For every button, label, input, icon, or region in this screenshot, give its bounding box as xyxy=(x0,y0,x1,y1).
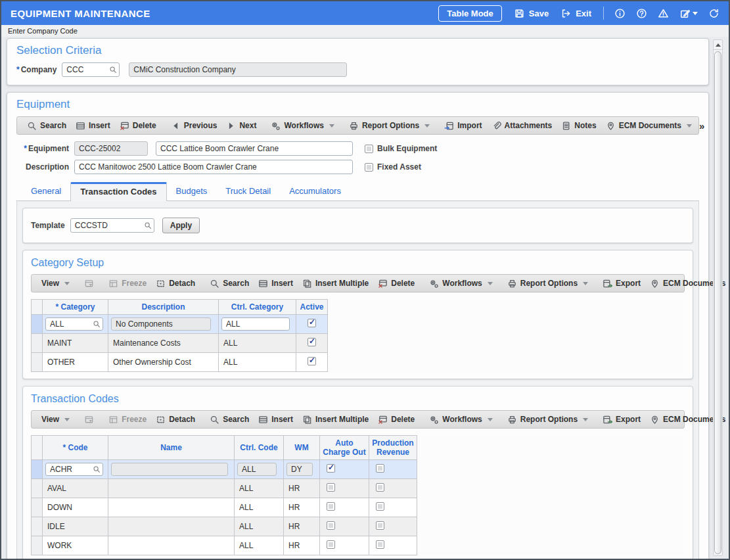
report-options-button[interactable]: Report Options xyxy=(344,121,434,131)
insert-button[interactable]: Insert xyxy=(254,279,298,289)
help-button[interactable] xyxy=(636,8,647,19)
fixed-asset-checkbox[interactable] xyxy=(365,163,373,172)
save-button[interactable]: Save xyxy=(514,8,549,19)
attachments-button[interactable]: Attachments xyxy=(487,121,557,131)
col-code[interactable]: * Code xyxy=(43,436,108,460)
freeze-button[interactable]: Freeze xyxy=(104,415,151,425)
freeze-button[interactable]: Freeze xyxy=(104,279,151,289)
report-options-button[interactable]: Report Options xyxy=(503,279,593,289)
search-button[interactable]: Search xyxy=(205,279,254,289)
import-button[interactable]: Import xyxy=(440,121,486,131)
template-input[interactable] xyxy=(70,218,154,233)
auto-charge-out-checkbox[interactable] xyxy=(327,483,335,492)
insert-button[interactable]: Insert xyxy=(254,415,298,425)
production-revenue-checkbox[interactable] xyxy=(376,540,384,549)
insert-multiple-button[interactable]: Insert Multiple xyxy=(298,279,373,289)
report-options-button[interactable]: Report Options xyxy=(503,415,593,425)
export-button[interactable]: Export xyxy=(598,415,645,425)
ecm-documents-button[interactable]: ECM Documents xyxy=(601,121,696,131)
search-icon[interactable] xyxy=(109,66,117,74)
query-by-example-button[interactable] xyxy=(80,279,99,289)
row-selector[interactable] xyxy=(32,460,43,479)
workflows-button[interactable]: Workflows xyxy=(424,279,497,289)
production-revenue-checkbox[interactable] xyxy=(376,502,384,511)
table-row[interactable]: IDLE ALL HR xyxy=(32,517,417,536)
insert-button[interactable]: Insert xyxy=(71,121,115,131)
toolbar-overflow-icon[interactable]: » xyxy=(696,120,707,131)
production-revenue-checkbox[interactable] xyxy=(376,464,384,473)
delete-button[interactable]: Delete xyxy=(373,415,419,425)
scroll-up-icon[interactable] xyxy=(714,40,722,50)
col-name[interactable]: Name xyxy=(108,436,235,460)
alerts-button[interactable] xyxy=(658,8,669,19)
search-button[interactable]: Search xyxy=(205,415,254,425)
workflows-button[interactable]: Workflows xyxy=(266,121,338,131)
previous-button[interactable]: Previous xyxy=(166,121,222,131)
workflows-button[interactable]: Workflows xyxy=(424,415,497,425)
col-category[interactable]: * Category xyxy=(43,300,108,315)
row-selector[interactable] xyxy=(32,353,43,372)
col-active[interactable]: Active xyxy=(296,300,328,315)
detach-button[interactable]: Detach xyxy=(151,415,200,425)
row-selector[interactable] xyxy=(32,536,43,555)
production-revenue-checkbox[interactable] xyxy=(376,483,384,492)
active-checkbox[interactable] xyxy=(308,319,316,327)
search-icon[interactable] xyxy=(93,320,101,328)
auto-charge-out-checkbox[interactable] xyxy=(327,540,335,549)
table-row[interactable]: OTHER Other Ownership Cost ALL xyxy=(32,353,328,372)
refresh-button[interactable] xyxy=(708,8,719,19)
search-icon[interactable] xyxy=(93,465,101,473)
bulk-equipment-checkbox[interactable] xyxy=(365,145,373,153)
search-icon[interactable] xyxy=(144,222,152,229)
row-selector[interactable] xyxy=(32,479,43,498)
table-row[interactable]: DOWN ALL HR xyxy=(32,498,417,517)
tab-accumulators[interactable]: Accumulators xyxy=(280,182,350,200)
query-by-example-button[interactable] xyxy=(80,415,99,425)
detach-button[interactable]: Detach xyxy=(151,279,200,289)
edit-menu-button[interactable] xyxy=(679,8,698,19)
equipment-name-input[interactable] xyxy=(156,141,353,156)
row-selector[interactable] xyxy=(32,315,43,334)
col-ctrl-category[interactable]: Ctrl. Category xyxy=(219,300,296,315)
search-button[interactable]: Search xyxy=(22,121,71,131)
view-menu-button[interactable]: View xyxy=(37,415,74,424)
col-wm[interactable]: WM xyxy=(284,436,320,460)
col-ctrl-code[interactable]: Ctrl. Code xyxy=(235,436,284,460)
tab-budgets[interactable]: Budgets xyxy=(167,182,217,200)
insert-multiple-button[interactable]: Insert Multiple xyxy=(298,415,373,425)
exit-button[interactable]: Exit xyxy=(560,8,591,19)
row-selector[interactable] xyxy=(32,498,43,517)
table-mode-button[interactable]: Table Mode xyxy=(438,5,502,22)
next-button[interactable]: Next xyxy=(221,121,261,131)
scrollbar-thumb[interactable] xyxy=(714,51,721,554)
production-revenue-checkbox[interactable] xyxy=(376,521,384,530)
delete-button[interactable]: Delete xyxy=(115,121,161,131)
row-selector[interactable] xyxy=(32,334,43,353)
export-button[interactable]: Export xyxy=(598,279,645,289)
auto-charge-out-checkbox[interactable] xyxy=(327,502,335,511)
view-menu-button[interactable]: View xyxy=(37,279,74,288)
row-selector[interactable] xyxy=(32,517,43,536)
apply-button[interactable]: Apply xyxy=(162,218,200,233)
table-row[interactable]: MAINT Maintenance Costs ALL xyxy=(32,334,328,353)
tab-truck-detail[interactable]: Truck Detail xyxy=(216,182,280,200)
auto-charge-out-checkbox[interactable] xyxy=(327,521,335,530)
delete-button[interactable]: Delete xyxy=(373,279,419,289)
ctrl-category-input[interactable] xyxy=(221,317,290,331)
col-description[interactable]: Description xyxy=(108,300,219,315)
tab-general[interactable]: General xyxy=(22,182,70,200)
table-row[interactable]: WORK ALL HR xyxy=(32,536,417,555)
table-row[interactable]: AVAL ALL HR xyxy=(32,479,417,498)
description-input[interactable] xyxy=(74,160,353,174)
tab-transaction-codes[interactable]: Transaction Codes xyxy=(70,182,166,201)
col-production-revenue[interactable]: Production Revenue xyxy=(369,436,417,460)
col-auto-charge-out[interactable]: Auto Charge Out xyxy=(320,436,369,460)
table-row[interactable] xyxy=(32,315,328,334)
notes-button[interactable]: Notes xyxy=(557,121,601,131)
table-row[interactable] xyxy=(32,460,417,479)
info-button[interactable] xyxy=(614,8,626,19)
active-checkbox[interactable] xyxy=(308,357,316,365)
auto-charge-out-checkbox[interactable] xyxy=(327,464,335,473)
active-checkbox[interactable] xyxy=(308,338,316,346)
vertical-scrollbar[interactable] xyxy=(713,39,723,556)
